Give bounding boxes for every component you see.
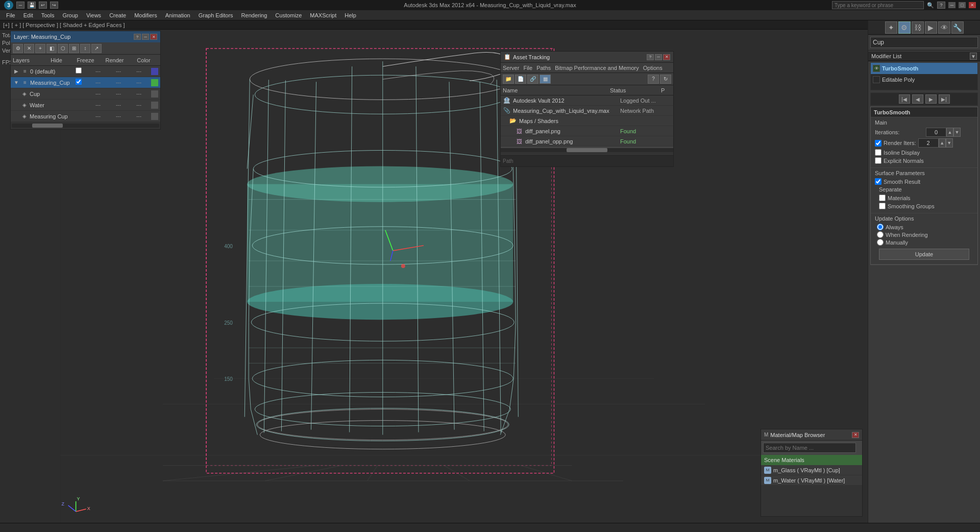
- turbosm-iter-up[interactable]: ▲: [946, 128, 953, 137]
- turbosm-smoothresult-checkbox[interactable]: [875, 178, 881, 185]
- layer-checkbox-measuring-cup[interactable]: [76, 79, 84, 87]
- layer-settings-icon[interactable]: ⚙: [13, 44, 23, 53]
- asset-row[interactable]: 🏦 Autodesk Vault 2012 Logged Out ...: [501, 95, 673, 106]
- menu-item-group[interactable]: Group: [58, 11, 82, 19]
- menu-item-graph-editors[interactable]: Graph Editors: [194, 11, 237, 19]
- mod-nav-last[interactable]: ▶|: [939, 94, 950, 104]
- asset-panel-help-btn[interactable]: ?: [647, 54, 654, 60]
- material-row[interactable]: M m_Water ( VRayMtl ) [Water]: [761, 475, 862, 486]
- object-name-input[interactable]: [870, 37, 978, 48]
- layer-tool7[interactable]: ↗: [91, 44, 102, 53]
- menu-item-modifiers[interactable]: Modifiers: [130, 11, 161, 19]
- asset-tool-4[interactable]: ▦: [540, 75, 551, 84]
- modifier-turbosm-item[interactable]: 👁 TurboSmooth: [871, 63, 977, 74]
- window-minimize-btn[interactable]: ─: [948, 2, 955, 8]
- menu-item-tools[interactable]: Tools: [37, 11, 59, 19]
- mat-panel-close-btn[interactable]: ✕: [852, 432, 859, 438]
- window-close-btn[interactable]: ✕: [969, 2, 976, 8]
- asset-row[interactable]: 📎 Measuring_Cup_with_Liquid_vray.max Net…: [501, 106, 673, 116]
- asset-panel-title[interactable]: 📋 Asset Tracking ? ─ ✕: [501, 52, 673, 63]
- layer-panel-close-btn[interactable]: ✕: [150, 34, 157, 40]
- layer-tool6[interactable]: ↕: [80, 44, 90, 53]
- search-icon[interactable]: 🔍: [927, 2, 934, 9]
- hierarchy-tab-icon[interactable]: ⛓: [912, 21, 924, 34]
- create-tab-icon[interactable]: ✦: [885, 21, 897, 34]
- menu-item-maxscript[interactable]: MAXScript: [306, 11, 340, 19]
- app-logo[interactable]: 3: [4, 1, 13, 10]
- turbosm-explicit-checkbox[interactable]: [875, 157, 881, 164]
- layer-scroll-thumb[interactable]: [32, 124, 63, 128]
- asset-tool-help[interactable]: ?: [648, 75, 659, 84]
- layer-scrollbar[interactable]: [11, 122, 160, 129]
- menu-item-rendering[interactable]: Rendering: [237, 11, 272, 19]
- asset-menu-options[interactable]: Options: [643, 65, 663, 71]
- menu-item-animation[interactable]: Animation: [161, 11, 194, 19]
- menu-item-edit[interactable]: Edit: [19, 11, 37, 19]
- layer-color-cup[interactable]: [151, 90, 158, 98]
- turbosm-manually-radio[interactable]: [877, 239, 884, 246]
- layer-row[interactable]: ▼ ≡ Measuring_Cup --- --- ---: [11, 77, 160, 88]
- asset-row[interactable]: 📂 Maps / Shaders: [501, 116, 673, 126]
- layer-tool3[interactable]: ◧: [46, 44, 57, 53]
- asset-panel-close-btn[interactable]: ✕: [663, 54, 670, 60]
- asset-tool-2[interactable]: 📄: [515, 75, 526, 84]
- turbosm-isoline-checkbox[interactable]: [875, 149, 881, 156]
- modify-tab-icon[interactable]: ⚙: [898, 21, 911, 34]
- titlebar-redo-btn[interactable]: ↪: [50, 2, 58, 9]
- menu-item-help[interactable]: Help: [340, 11, 360, 19]
- turbosm-iterations-input[interactable]: [926, 128, 946, 137]
- layer-checkbox-0default[interactable]: [76, 67, 84, 76]
- layer-row[interactable]: ▶ ≡ 0 (default) --- --- ---: [11, 66, 160, 77]
- modifier-edpoly-item[interactable]: Editable Poly: [871, 74, 977, 85]
- asset-menu-bitmap[interactable]: Bitmap Performance and Memory: [555, 65, 639, 71]
- layer-color-measuring-cup[interactable]: [151, 79, 158, 86]
- asset-menu-server[interactable]: Server: [503, 65, 519, 71]
- material-row[interactable]: M m_Glass ( VRayMtl ) [Cup]: [761, 465, 862, 475]
- turbosm-smoothinggroups-checkbox[interactable]: [879, 203, 886, 209]
- titlebar-save-btn[interactable]: 💾: [28, 2, 36, 9]
- layer-panel-minimize-btn[interactable]: ─: [142, 34, 149, 40]
- layer-close-icon[interactable]: ✕: [24, 44, 34, 53]
- asset-menu-paths[interactable]: Paths: [536, 65, 551, 71]
- layer-row[interactable]: ◈ Cup --- --- ---: [11, 88, 160, 100]
- utilities-tab-icon[interactable]: 🔧: [951, 21, 964, 34]
- asset-menu-file[interactable]: File: [523, 65, 532, 71]
- layer-color-0default[interactable]: [151, 68, 158, 75]
- layer-color-water[interactable]: [151, 102, 158, 109]
- layer-row[interactable]: ◈ Measuring Cup --- --- ---: [11, 111, 160, 122]
- titlebar-search-input[interactable]: [832, 1, 924, 9]
- viewport-plus-btn[interactable]: [+]: [3, 22, 10, 28]
- turbosm-always-radio[interactable]: [877, 224, 884, 230]
- menu-item-customize[interactable]: Customize: [271, 11, 306, 19]
- modifier-eye-turbosm[interactable]: 👁: [873, 65, 880, 72]
- turbosm-iter-down[interactable]: ▼: [953, 128, 961, 137]
- layer-row[interactable]: ◈ Water --- --- ---: [11, 100, 160, 111]
- titlebar-min-btn[interactable]: ─: [16, 2, 24, 9]
- turbosm-whenrendering-radio[interactable]: [877, 231, 884, 238]
- titlebar-undo-btn[interactable]: ↩: [39, 2, 47, 9]
- asset-tool-1[interactable]: 📁: [503, 75, 514, 84]
- turbosm-materials-checkbox[interactable]: [879, 195, 886, 201]
- window-maximize-btn[interactable]: □: [959, 2, 966, 8]
- asset-panel-minimize-btn[interactable]: ─: [655, 54, 662, 60]
- asset-row[interactable]: 🖼 diff_panel.png Found: [501, 126, 673, 136]
- turbosm-renderiter-up[interactable]: ▲: [939, 138, 946, 148]
- motion-tab-icon[interactable]: ▶: [925, 21, 937, 34]
- menu-item-views[interactable]: Views: [82, 11, 105, 19]
- menu-item-file[interactable]: File: [2, 11, 19, 19]
- turbosm-renderiter-input[interactable]: [918, 138, 939, 148]
- mod-nav-next[interactable]: ▶: [925, 94, 937, 104]
- turbosm-renderiter-down[interactable]: ▼: [946, 138, 953, 148]
- display-tab-icon[interactable]: 👁: [938, 21, 950, 34]
- mod-nav-prev[interactable]: ◀: [912, 94, 923, 104]
- window-help-btn[interactable]: ?: [937, 2, 945, 9]
- turbosm-update-button[interactable]: Update: [879, 249, 969, 260]
- asset-tool-refresh[interactable]: ↻: [660, 75, 671, 84]
- modifier-list-dropdown[interactable]: ▼: [970, 53, 977, 60]
- asset-panel-scrollbar[interactable]: [501, 148, 673, 155]
- layer-tool4[interactable]: ⬡: [58, 44, 68, 53]
- modifier-eye-edpoly[interactable]: [873, 76, 880, 83]
- menu-item-create[interactable]: Create: [105, 11, 130, 19]
- layer-add-icon[interactable]: +: [35, 44, 45, 53]
- layer-panel-help-btn[interactable]: ?: [134, 34, 141, 40]
